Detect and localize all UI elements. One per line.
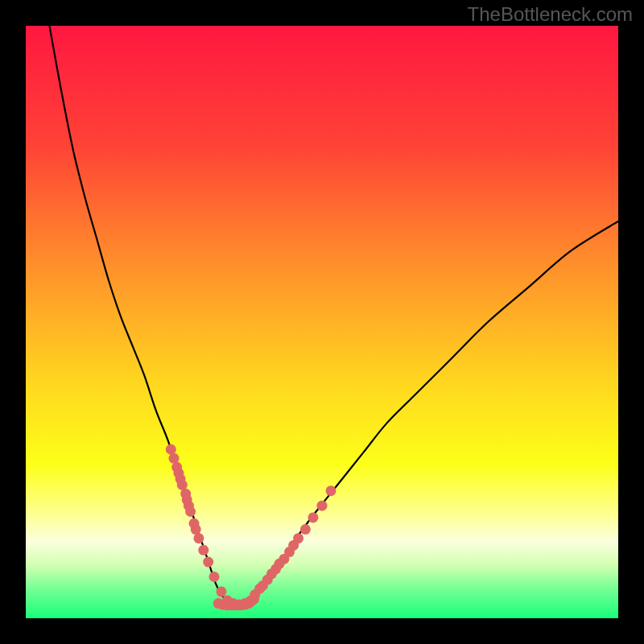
watermark-text: TheBottleneck.com <box>468 3 633 26</box>
chart-frame: TheBottleneck.com <box>0 0 644 644</box>
background-gradient <box>26 26 618 618</box>
plot-area <box>26 26 618 618</box>
svg-rect-0 <box>26 26 618 618</box>
